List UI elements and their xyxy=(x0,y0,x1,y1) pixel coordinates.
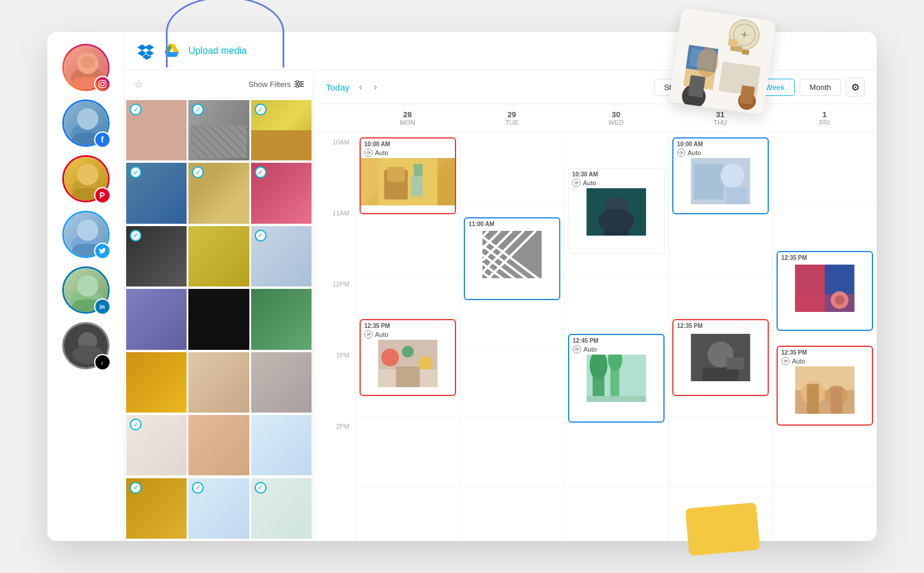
check-icon: ✓ xyxy=(192,482,204,494)
cal-event[interactable]: 12:45 PM ⟳ Auto xyxy=(568,334,665,423)
sidebar-item-facebook[interactable]: f xyxy=(62,99,110,147)
floating-card xyxy=(669,8,777,115)
day-num-wed: 30 xyxy=(570,110,662,119)
time-label-10am: 10AM xyxy=(314,139,355,210)
list-item[interactable] xyxy=(251,415,312,475)
event-time: 11:00 AM xyxy=(465,218,559,228)
cal-event[interactable]: 12:35 PM xyxy=(777,251,873,331)
list-item[interactable]: ✓ xyxy=(126,478,187,539)
svg-rect-60 xyxy=(727,188,747,204)
today-button[interactable]: Today xyxy=(326,82,349,92)
auto-icon: ⟳ xyxy=(572,179,580,187)
list-item[interactable]: ✓ xyxy=(188,100,249,160)
sidebar-item-tiktok[interactable]: ♪ xyxy=(62,322,110,369)
auto-icon: ⟳ xyxy=(573,345,581,353)
blue-arc-decoration xyxy=(166,0,284,67)
list-item[interactable]: ✓ xyxy=(126,100,187,160)
event-time: 12:35 PM xyxy=(361,320,455,330)
time-slot xyxy=(460,346,564,417)
list-item[interactable]: ✓ xyxy=(251,226,312,286)
day-name-fri: FRI xyxy=(778,119,871,126)
svg-rect-63 xyxy=(703,368,739,381)
time-slot xyxy=(460,133,564,204)
svg-point-11 xyxy=(77,220,98,241)
cal-event[interactable]: 10:30 AM ⟳ Auto xyxy=(568,168,665,254)
list-item[interactable]: ✓ xyxy=(188,478,249,539)
event-image xyxy=(465,231,559,278)
sidebar-item-pinterest[interactable]: P xyxy=(62,155,110,202)
event-time: 10:30 AM xyxy=(569,169,664,179)
check-icon: ✓ xyxy=(130,482,142,494)
yellow-corner-decoration xyxy=(685,503,761,556)
svg-rect-92 xyxy=(740,85,755,105)
check-icon: ✓ xyxy=(255,104,267,115)
star-icon[interactable]: ☆ xyxy=(134,78,143,91)
event-time: 12:35 PM xyxy=(673,320,768,330)
list-item[interactable]: ✓ xyxy=(251,100,312,160)
day-headers: 28 MON 29 TUE 30 WED 31 xyxy=(314,104,877,133)
list-item[interactable] xyxy=(126,352,187,413)
time-slot xyxy=(669,417,772,488)
svg-point-13 xyxy=(77,275,98,297)
list-item[interactable] xyxy=(251,352,312,413)
media-grid: ✓ ✓ ✓ xyxy=(124,98,313,541)
event-label: ⟳ Auto xyxy=(361,149,455,157)
svg-point-21 xyxy=(300,83,302,85)
list-item[interactable]: ✓ xyxy=(126,163,187,223)
list-item[interactable] xyxy=(188,352,249,413)
time-labels: 10AM 11AM 12PM 1PM 2PM xyxy=(314,133,355,541)
time-slot xyxy=(460,417,564,488)
dropbox-icon xyxy=(136,41,155,60)
time-label-1pm: 1PM xyxy=(314,352,355,423)
sidebar-item-twitter[interactable] xyxy=(62,211,110,258)
list-item[interactable]: ✓ xyxy=(126,415,187,475)
instagram-badge xyxy=(94,76,111,92)
cal-event[interactable]: 12:35 PM xyxy=(672,319,769,396)
list-item[interactable]: ✓ xyxy=(251,478,312,539)
linkedin-badge: in xyxy=(94,298,111,315)
event-image xyxy=(673,334,768,381)
svg-point-9 xyxy=(77,164,98,185)
list-item[interactable]: ✓ xyxy=(126,226,187,286)
event-label: ⟳ Auto xyxy=(569,179,664,187)
list-item[interactable] xyxy=(188,289,249,349)
cal-event[interactable]: 12:35 PM ⟳ Auto xyxy=(777,346,873,426)
sidebar-item-instagram[interactable] xyxy=(62,44,110,91)
event-image xyxy=(361,158,455,205)
event-image xyxy=(673,158,768,205)
app-container: f P xyxy=(47,32,877,541)
next-arrow-button[interactable]: › xyxy=(371,81,379,94)
check-icon: ✓ xyxy=(255,230,267,242)
list-item[interactable] xyxy=(126,289,187,349)
cal-event[interactable]: 11:00 AM xyxy=(464,217,560,300)
settings-button[interactable]: ⚙ xyxy=(846,78,865,96)
day-name-wed: WED xyxy=(570,119,662,126)
calendar-header: Today ‹ › Stories Preview Week Month ⚙ xyxy=(314,70,877,104)
day-num-fri: 1 xyxy=(778,110,871,119)
prev-arrow-button[interactable]: ‹ xyxy=(357,81,364,94)
svg-point-29 xyxy=(381,349,399,366)
tiktok-badge: ♪ xyxy=(94,354,111,371)
list-item[interactable] xyxy=(188,415,249,475)
month-view-button[interactable]: Month xyxy=(800,79,841,96)
event-label: ⟳ Auto xyxy=(569,345,663,353)
list-item[interactable] xyxy=(251,289,312,349)
filter-button[interactable]: Show Filters xyxy=(248,80,304,89)
list-item[interactable]: ✓ xyxy=(251,163,312,223)
sidebar-item-linkedin[interactable]: in xyxy=(62,266,110,314)
day-header-mon: 28 MON xyxy=(355,104,460,132)
event-image xyxy=(778,265,872,312)
event-time: 12:45 PM xyxy=(569,335,663,345)
cal-event[interactable]: 10:00 AM ⟳ Auto xyxy=(360,137,456,214)
time-slot xyxy=(356,204,460,275)
cal-event[interactable]: 10:00 AM ⟳ Auto xyxy=(672,137,769,214)
list-item[interactable]: ✓ xyxy=(188,163,249,223)
cal-event[interactable]: 12:35 PM ⟳ Auto xyxy=(360,319,456,396)
list-item[interactable] xyxy=(188,226,249,286)
svg-rect-25 xyxy=(387,167,405,182)
svg-point-49 xyxy=(599,209,634,233)
check-icon: ✓ xyxy=(130,419,142,430)
day-num-mon: 28 xyxy=(361,110,454,119)
pinterest-badge: P xyxy=(94,187,111,204)
svg-rect-88 xyxy=(742,49,749,55)
